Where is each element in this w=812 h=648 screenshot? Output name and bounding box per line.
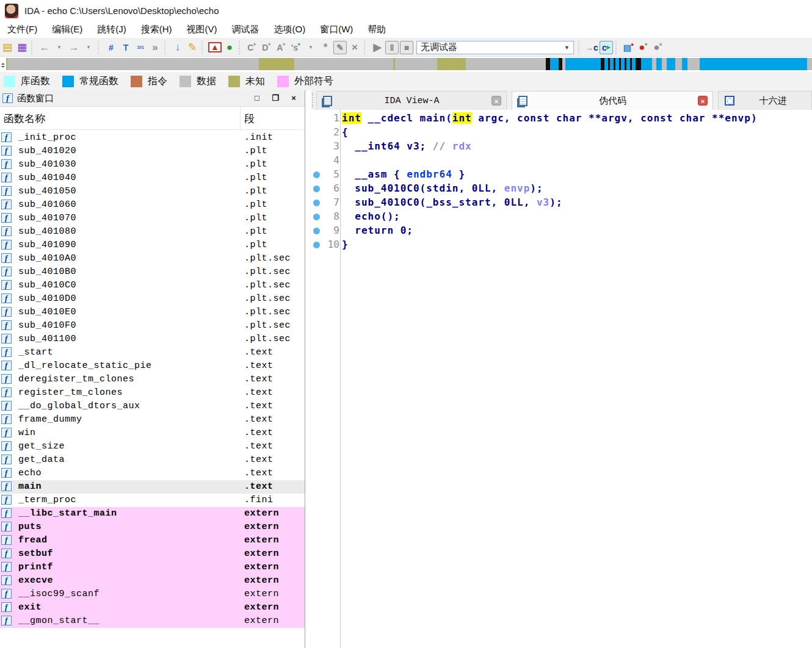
menu-item-window[interactable]: 窗口(W)	[313, 22, 360, 37]
edit-function-icon[interactable]: ✎	[333, 41, 347, 54]
function-row-exit[interactable]: fexitextern	[0, 601, 305, 614]
jump-pseudocode-icon[interactable]: c▶	[600, 41, 613, 54]
function-row-get_size[interactable]: fget_size.text	[0, 440, 305, 453]
search-immediate-icon[interactable]: #	[104, 41, 118, 54]
breakpoint-dot[interactable]	[313, 200, 320, 206]
tabbar-drag-handle[interactable]	[312, 93, 316, 107]
analysis-ok-icon[interactable]: ●	[223, 41, 236, 54]
code-line-8[interactable]: 8 echo();	[311, 210, 812, 224]
function-row-sub_4010A0[interactable]: fsub_4010A0.plt.sec	[0, 252, 305, 265]
function-row-puts[interactable]: fputsextern	[0, 520, 305, 534]
stop-icon[interactable]: ■	[400, 41, 413, 54]
forward-icon[interactable]: →	[67, 41, 81, 54]
make-string-icon[interactable]: 's+	[289, 41, 303, 54]
run-icon[interactable]: ▶	[371, 41, 384, 54]
function-row-_init_proc[interactable]: f_init_proc.init	[0, 131, 305, 145]
tab-ida-view-a[interactable]: IDA View-A×	[316, 91, 507, 110]
code-line-9[interactable]: 9 return 0;	[311, 224, 812, 238]
function-row-register_tm_clones[interactable]: fregister_tm_clones.text	[0, 386, 305, 400]
menu-item-edit[interactable]: 编辑(E)	[45, 22, 90, 37]
function-row-get_data[interactable]: fget_data.text	[0, 453, 305, 467]
breakpoint-dot[interactable]	[313, 185, 320, 192]
produce-c-icon[interactable]: →c	[585, 41, 598, 54]
function-row-sub_401040[interactable]: fsub_401040.plt	[0, 171, 305, 185]
breakpoint-dot[interactable]	[313, 214, 320, 220]
remove-breakpoint-icon[interactable]: ●×	[651, 41, 665, 54]
function-row-sub_401070[interactable]: fsub_401070.plt	[0, 212, 305, 225]
open-file-icon[interactable]: ▤	[1, 41, 14, 54]
menu-item-help[interactable]: 帮助	[360, 22, 393, 37]
save-file-icon[interactable]: ▦	[15, 41, 29, 54]
menu-item-search[interactable]: 搜索(H)	[134, 22, 179, 37]
function-row-main[interactable]: fmain.text	[0, 480, 305, 494]
make-data-icon[interactable]: D+	[260, 41, 274, 54]
column-segment[interactable]: 段	[244, 112, 255, 126]
menu-item-jump[interactable]: 跳转(J)	[90, 22, 134, 37]
function-row-sub_4010E0[interactable]: fsub_4010E0.plt.sec	[0, 306, 305, 319]
breakpoint-list-icon[interactable]: ▤●	[622, 41, 636, 54]
code-line-1[interactable]: 1int __cdecl main(int argc, const char *…	[311, 112, 812, 126]
column-function-name[interactable]: 函数名称	[4, 112, 45, 126]
function-row-sub_401050[interactable]: fsub_401050.plt	[0, 185, 305, 198]
function-row-setbuf[interactable]: fsetbufextern	[0, 547, 305, 561]
make-code-icon[interactable]: C+	[245, 41, 259, 54]
function-row-_term_proc[interactable]: f_term_proc.fini	[0, 494, 305, 507]
undefine-icon[interactable]: ×	[348, 41, 361, 54]
menu-item-file[interactable]: 文件(F)	[0, 22, 45, 37]
float-button[interactable]: ❐	[268, 92, 283, 104]
function-row-printf[interactable]: fprintfextern	[0, 561, 305, 574]
add-breakpoint-icon[interactable]: ●+	[637, 41, 650, 54]
breakpoint-dot[interactable]	[313, 242, 320, 248]
navigation-band[interactable]	[0, 57, 812, 72]
code-line-3[interactable]: 3 __int64 v3; // rdx	[311, 140, 812, 154]
function-row-sub_401020[interactable]: fsub_401020.plt	[0, 145, 305, 158]
back-icon[interactable]: ←	[38, 41, 51, 54]
string-dropdown-icon[interactable]: ▼	[304, 41, 317, 54]
function-row-win[interactable]: fwin.text	[0, 427, 305, 440]
code-line-10[interactable]: 10}	[311, 238, 812, 252]
function-row-sub_4010D0[interactable]: fsub_4010D0.plt.sec	[0, 292, 305, 306]
problems-icon[interactable]: ▲	[208, 41, 222, 54]
back-dropdown-icon[interactable]: ▼	[53, 41, 66, 54]
tab-pseudocode[interactable]: 伪代码×	[512, 91, 713, 110]
search-binary-icon[interactable]: 101	[134, 41, 147, 54]
function-row-echo[interactable]: fecho.text	[0, 467, 305, 480]
maximize-button[interactable]: □	[250, 92, 264, 104]
function-row-execve[interactable]: fexecveextern	[0, 574, 305, 588]
function-row-sub_401090[interactable]: fsub_401090.plt	[0, 239, 305, 252]
function-row-sub_401100[interactable]: fsub_401100.plt.sec	[0, 333, 305, 346]
function-row-__isoc99_scanf[interactable]: f__isoc99_scanfextern	[0, 588, 305, 601]
function-row-sub_401030[interactable]: fsub_401030.plt	[0, 158, 305, 171]
jump-address-icon[interactable]: ↓	[171, 41, 184, 54]
search-text-icon[interactable]: T	[119, 41, 132, 54]
code-line-4[interactable]: 4	[311, 154, 812, 168]
function-row-frame_dummy[interactable]: fframe_dummy.text	[0, 413, 305, 427]
code-line-2[interactable]: 2{	[311, 126, 812, 140]
function-row-sub_401060[interactable]: fsub_401060.plt	[0, 198, 305, 212]
set-colors-icon[interactable]: ✎	[186, 41, 199, 54]
function-row-__gmon_start__[interactable]: f__gmon_start__extern	[0, 614, 305, 628]
pause-icon[interactable]: Ⅱ	[385, 41, 399, 54]
breakpoint-dot[interactable]	[313, 228, 320, 234]
code-line-5[interactable]: 5 __asm { endbr64 }	[311, 168, 812, 182]
make-array-icon[interactable]: *	[319, 41, 332, 54]
tab-close-icon[interactable]: ×	[491, 96, 501, 106]
code-line-6[interactable]: 6 sub_4010C0(stdin, 0LL, envp);	[311, 182, 812, 196]
function-row-sub_4010B0[interactable]: fsub_4010B0.plt.sec	[0, 265, 305, 279]
tab-close-icon[interactable]: ×	[698, 96, 708, 106]
navband-scroll-arrows[interactable]	[1, 60, 6, 70]
function-row-sub_4010F0[interactable]: fsub_4010F0.plt.sec	[0, 319, 305, 333]
function-row-sub_4010C0[interactable]: fsub_4010C0.plt.sec	[0, 279, 305, 292]
function-row-__do_global_dtors_aux[interactable]: f__do_global_dtors_aux.text	[0, 400, 305, 413]
function-row-_dl_relocate_static_pie[interactable]: f_dl_relocate_static_pie.text	[0, 359, 305, 373]
function-row-deregister_tm_clones[interactable]: fderegister_tm_clones.text	[0, 373, 305, 386]
menu-item-debugger[interactable]: 调试器	[224, 22, 266, 37]
function-row-sub_401080[interactable]: fsub_401080.plt	[0, 225, 305, 239]
function-row-fread[interactable]: ffreadextern	[0, 534, 305, 547]
search-next-icon[interactable]: »	[148, 41, 162, 54]
function-row-__libc_start_main[interactable]: f__libc_start_mainextern	[0, 507, 305, 520]
make-name-icon[interactable]: A+	[275, 41, 288, 54]
code-line-7[interactable]: 7 sub_4010C0(_bss_start, 0LL, v3);	[311, 196, 812, 210]
forward-dropdown-icon[interactable]: ▼	[82, 41, 95, 54]
function-row-_start[interactable]: f_start.text	[0, 346, 305, 359]
